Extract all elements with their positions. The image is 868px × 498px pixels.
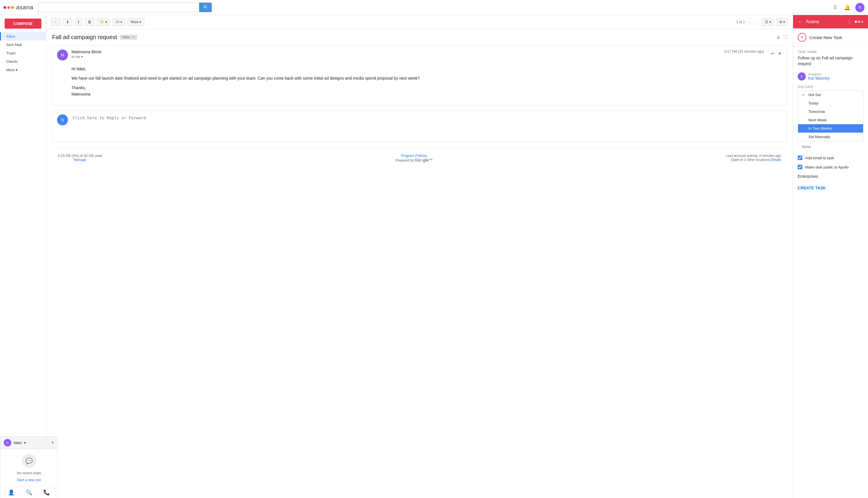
email-message: M Maimoona Block to me ▾ 3:17 PM (15 min… <box>52 45 787 105</box>
reply-input[interactable] <box>71 114 782 137</box>
details-link[interactable]: Details <box>771 158 781 162</box>
email-subject-row: Fall ad campaign request Inbox ✕ 🖨 ⛶ <box>52 34 787 41</box>
chat-phone-icon[interactable]: 📞 <box>43 489 50 496</box>
sidebar-item-more[interactable]: More ▾ <box>0 66 46 74</box>
due-date-today[interactable]: Today <box>798 99 863 107</box>
manage-link[interactable]: Manage <box>74 158 86 162</box>
make-public-label[interactable]: Make task public to Apollo <box>805 165 849 169</box>
sender-info: Maimoona Block to me ▾ <box>71 50 724 59</box>
logo[interactable]: asana <box>3 4 33 11</box>
due-date-set-manually[interactable]: Set Manually <box>798 133 863 141</box>
next-page-button[interactable]: › <box>754 18 760 26</box>
compose-button[interactable]: COMPOSE <box>5 18 41 29</box>
due-date-in-two-weeks[interactable]: In Two Weeks <box>798 124 863 133</box>
chat-chevron-icon: ▾ <box>24 441 26 445</box>
due-date-label: Due Date <box>798 85 863 89</box>
search-button[interactable] <box>199 3 212 12</box>
chat-search-icon[interactable]: 🔍 <box>26 489 32 496</box>
asana-header: ← Asana ⋮ <box>793 15 868 28</box>
user-avatar[interactable]: N <box>855 3 865 12</box>
pagination-text: 1 of 1 <box>736 20 745 24</box>
asana-dot-2 <box>858 21 860 23</box>
more-label: More ▾ <box>131 20 141 24</box>
chat-footer: 👤 🔍 📞 <box>0 487 57 498</box>
task-name-value[interactable]: Follow up on Fall ad campaign request <box>798 55 863 67</box>
check-icon: ✓ <box>802 93 806 97</box>
due-date-tomorrow[interactable]: Tomorrow <box>798 107 863 116</box>
clients-label: Clients <box>6 60 18 64</box>
info-button[interactable]: ℹ <box>74 18 82 26</box>
program-policies-link[interactable]: Program Policies <box>401 154 428 158</box>
chat-user[interactable]: N Nikki ▾ <box>4 439 26 446</box>
chat-add-button[interactable]: + <box>51 440 54 446</box>
create-task-button[interactable]: CREATE TASK <box>798 186 826 190</box>
assignee-label: Assignee <box>808 73 830 76</box>
email-thread: Fall ad campaign request Inbox ✕ 🖨 ⛶ M M… <box>46 29 793 173</box>
back-icon: ← <box>54 20 57 24</box>
chat-start-link[interactable]: Start a new one <box>17 478 41 482</box>
tag-button[interactable]: 🏷 ▾ <box>112 18 125 26</box>
sidebar-item-clients[interactable]: Clients <box>0 57 46 66</box>
inbox-badge: Inbox ✕ <box>120 35 137 40</box>
more-button[interactable]: More ▾ <box>127 18 145 26</box>
footer-right: Last account activity: 0 minutes ago Ope… <box>726 154 781 162</box>
apps-icon[interactable]: ⠿ <box>831 3 839 12</box>
due-date-section: Due Date ✓ Not Set Today Tomorrow Next W… <box>793 83 868 153</box>
to-dropdown-icon[interactable]: ▾ <box>81 55 83 59</box>
email-greeting: Hi Nikki, <box>71 66 782 72</box>
chat-avatar: N <box>4 439 11 446</box>
make-public-checkbox[interactable] <box>798 165 802 169</box>
create-new-task-button[interactable]: + Create New Task <box>793 28 868 47</box>
sidebar-item-sent[interactable]: Sent Mail <box>0 41 46 49</box>
reply-area: N <box>52 110 787 142</box>
sidebar-item-inbox[interactable]: Inbox <box>0 32 46 41</box>
search-bar <box>38 3 212 12</box>
email-body-line1: We have our fall launch date finalized a… <box>71 75 782 81</box>
sender-name: Maimoona Block <box>71 50 724 54</box>
due-date-dropdown: ✓ Not Set Today Tomorrow Next Week <box>798 90 863 141</box>
folder-icon: 📁 ▾ <box>100 20 107 24</box>
expand-icon[interactable]: ⛶ <box>783 35 787 39</box>
view-toggle-button[interactable]: ☰ ▾ <box>762 18 774 26</box>
open-in-row: Open in 2 other locations Details <box>726 158 781 162</box>
email-thanks: Thanks, Maimoona <box>71 84 782 97</box>
asana-menu-button[interactable]: ⋮ <box>846 18 852 25</box>
add-email-row: Add email to task <box>793 153 868 162</box>
due-date-next-week[interactable]: Next Week <box>798 116 863 124</box>
asana-panel-title: Asana <box>806 19 844 24</box>
sidebar: COMPOSE Inbox Sent Mail Trash Clients Mo… <box>0 15 46 498</box>
chat-contacts-icon[interactable]: 👤 <box>8 489 14 496</box>
asana-logo-dots <box>855 21 863 23</box>
star-icon[interactable]: ☆ <box>767 50 770 54</box>
chat-empty-text: No recent chats <box>17 471 41 475</box>
add-email-checkbox[interactable] <box>798 156 802 160</box>
more-options-button[interactable]: ▾ <box>777 50 782 57</box>
archive-button[interactable]: ⬇ <box>63 18 72 26</box>
prev-page-button[interactable]: ‹ <box>747 18 752 26</box>
chat-empty-icon: 💬 <box>22 454 36 468</box>
make-public-row: Make task public to Apollo <box>793 162 868 172</box>
back-button[interactable]: ← <box>51 18 61 26</box>
delete-button[interactable]: 🗑 <box>85 18 95 26</box>
reply-button[interactable]: ↩ <box>770 50 776 57</box>
due-date-not-set[interactable]: ✓ Not Set <box>798 91 863 99</box>
tag-icon: 🏷 ▾ <box>116 20 122 24</box>
assignee-name[interactable]: Kat Mooney <box>808 76 830 80</box>
folder-button[interactable]: 📁 ▾ <box>97 18 110 26</box>
chat-bar: N Nikki ▾ + 💬 No recent chats Start a ne… <box>0 436 58 498</box>
print-icon[interactable]: 🖨 <box>776 35 780 39</box>
footer-center: Program Policies Powered by Google™ <box>395 154 433 162</box>
bell-icon[interactable]: 🔔 <box>843 3 851 12</box>
asana-back-button[interactable]: ← <box>798 19 803 25</box>
topbar-right: ⠿ 🔔 N <box>831 3 865 12</box>
badge-close-icon[interactable]: ✕ <box>132 35 135 39</box>
add-email-label[interactable]: Add email to task <box>805 156 834 160</box>
sender-to[interactable]: to me ▾ <box>71 55 724 59</box>
due-date-none[interactable]: None <box>798 142 863 151</box>
asana-panel: ← Asana ⋮ + Create New Task Task Name Fo… <box>793 15 868 498</box>
powered-by: Powered by Google™ <box>395 158 433 162</box>
sidebar-item-trash[interactable]: Trash <box>0 49 46 57</box>
trash-icon: 🗑 <box>88 20 92 24</box>
search-input[interactable] <box>38 3 199 12</box>
settings-button[interactable]: ⚙ ▾ <box>776 18 788 26</box>
